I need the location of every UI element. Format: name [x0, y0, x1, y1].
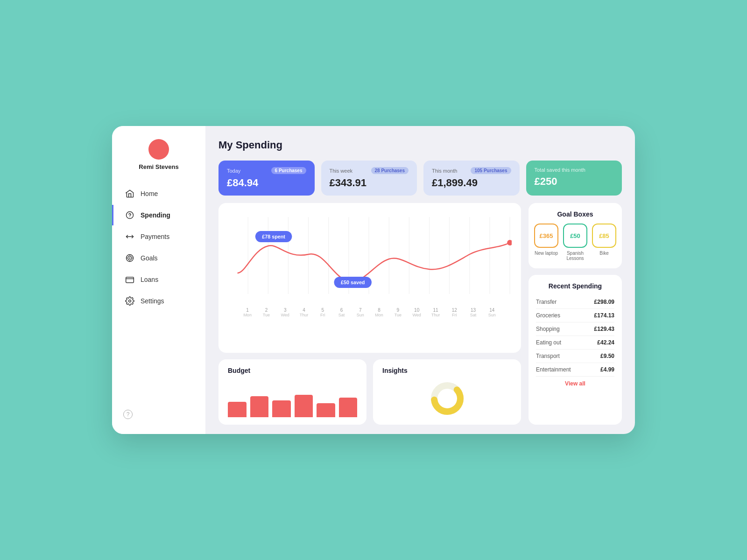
app-window: Remi Stevens Home Spending: [112, 126, 635, 434]
sidebar-label-goals: Goals: [141, 254, 158, 262]
budget-bars: [228, 389, 357, 417]
spending-item-groceries: Groceries £174.13: [536, 309, 614, 322]
user-profile: Remi Stevens: [112, 139, 205, 170]
stat-week: This week 28 Purchases £343.91: [321, 161, 417, 196]
user-name: Remi Stevens: [139, 163, 178, 170]
goal-box-laptop[interactable]: £365: [534, 224, 558, 248]
budget-bar-3: [272, 400, 291, 417]
stat-week-badge: 28 Purchases: [371, 167, 409, 174]
sidebar: Remi Stevens Home Spending: [112, 126, 205, 434]
stat-saved: Total saved this month £250: [526, 161, 622, 196]
spending-item-transfer: Transfer £298.09: [536, 295, 614, 309]
help-button[interactable]: ?: [112, 404, 205, 425]
sidebar-label-home: Home: [141, 190, 158, 197]
spending-icon: [125, 210, 135, 220]
goal-name-bike: Bike: [599, 251, 608, 256]
stat-saved-label: Total saved this month: [535, 167, 585, 173]
settings-icon: [125, 296, 135, 306]
svg-point-10: [129, 300, 131, 302]
spending-cat-transport: Transport: [536, 353, 560, 359]
stat-week-label: This week: [330, 168, 353, 174]
sidebar-item-settings[interactable]: Settings: [112, 291, 205, 311]
budget-card: Budget: [218, 359, 366, 425]
stat-today-value: £84.94: [227, 177, 306, 189]
avatar: [148, 139, 169, 160]
spending-chart: £78 spent £50 saved: [228, 212, 512, 306]
sidebar-label-payments: Payments: [141, 233, 169, 240]
stats-row: Today 6 Purchases £84.94 This week 28 Pu…: [218, 161, 622, 196]
stat-month: This month 105 Purchases £1,899.49: [423, 161, 520, 196]
stat-month-value: £1,899.49: [432, 177, 511, 189]
spending-cat-transfer: Transfer: [536, 299, 557, 305]
sidebar-label-loans: Loans: [141, 276, 158, 283]
nav-items: Home Spending Payments Goa: [112, 183, 205, 404]
sidebar-label-spending: Spending: [141, 211, 170, 219]
stat-week-value: £343.91: [330, 177, 409, 189]
svg-text:£78 spent: £78 spent: [262, 234, 285, 239]
svg-text:£50 saved: £50 saved: [341, 280, 365, 285]
insights-title: Insights: [382, 367, 512, 374]
budget-bar-2: [250, 396, 269, 417]
bottom-cards-row: Budget Insights: [218, 359, 521, 425]
spending-amt-groceries: £174.13: [594, 312, 614, 319]
goals-icon: [125, 253, 135, 263]
sidebar-item-goals[interactable]: Goals: [112, 248, 205, 268]
recent-spending-card: Recent Spending Transfer £298.09 Groceri…: [529, 275, 622, 425]
help-icon: ?: [123, 410, 133, 419]
sidebar-label-settings: Settings: [141, 297, 164, 305]
spending-item-transport: Transport £9.50: [536, 350, 614, 363]
goal-item-bike: £85 Bike: [592, 224, 616, 261]
spending-cat-entertainment: Entertainment: [536, 366, 571, 373]
view-all-button[interactable]: View all: [536, 380, 614, 387]
stat-today-badge: 6 Purchases: [271, 167, 306, 174]
goal-items: £365 New laptop £50 Spanish Lessons: [536, 224, 614, 261]
content-area: £78 spent £50 saved 1 Mon: [218, 203, 622, 425]
left-content: £78 spent £50 saved 1 Mon: [218, 203, 521, 425]
stat-month-label: This month: [432, 168, 457, 174]
spending-item-entertainment: Entertainment £4.99: [536, 363, 614, 377]
goal-item-spanish: £50 Spanish Lessons: [563, 224, 587, 261]
svg-point-0: [127, 212, 134, 219]
chart-svg-wrap: £78 spent £50 saved 1 Mon: [228, 212, 512, 343]
main-content: My Spending Today 6 Purchases £84.94 Thi…: [205, 126, 635, 434]
goal-name-laptop: New laptop: [535, 251, 558, 256]
svg-point-25: [507, 240, 512, 245]
spending-amt-transfer: £298.09: [594, 299, 614, 305]
goal-name-spanish: Spanish Lessons: [563, 251, 587, 261]
goal-box-bike[interactable]: £85: [592, 224, 616, 248]
svg-rect-9: [126, 277, 134, 283]
goal-item-laptop: £365 New laptop: [534, 224, 558, 261]
budget-bar-6: [339, 398, 358, 417]
insights-card: Insights: [373, 359, 521, 425]
spending-item-eating: Eating out £42.24: [536, 336, 614, 350]
sidebar-item-payments[interactable]: Payments: [112, 226, 205, 247]
spending-item-shopping: Shopping £129.43: [536, 322, 614, 336]
right-panel: Goal Boxes £365 New laptop £50: [529, 203, 622, 425]
stat-saved-value: £250: [535, 175, 614, 188]
home-icon: [125, 189, 135, 199]
spending-cat-shopping: Shopping: [536, 326, 560, 332]
chart-panel: £78 spent £50 saved 1 Mon: [218, 203, 521, 353]
spending-amt-eating: £42.24: [597, 339, 614, 346]
budget-bar-4: [295, 395, 313, 417]
spending-cat-eating: Eating out: [536, 339, 561, 346]
budget-title: Budget: [228, 367, 357, 374]
goal-boxes-card: Goal Boxes £365 New laptop £50: [529, 203, 622, 268]
recent-spending-title: Recent Spending: [536, 282, 614, 290]
spending-amt-entertainment: £4.99: [600, 366, 614, 373]
sidebar-item-home[interactable]: Home: [112, 183, 205, 204]
sidebar-item-spending[interactable]: Spending: [112, 205, 205, 225]
goal-boxes-title: Goal Boxes: [536, 210, 614, 218]
stat-month-badge: 105 Purchases: [471, 167, 511, 174]
budget-bar-5: [317, 403, 335, 417]
goal-box-spanish[interactable]: £50: [563, 224, 587, 248]
sidebar-item-loans[interactable]: Loans: [112, 269, 205, 290]
spending-cat-groceries: Groceries: [536, 312, 560, 319]
insights-donut: [429, 380, 466, 417]
spending-amt-shopping: £129.43: [594, 326, 614, 332]
stat-today-label: Today: [227, 168, 240, 174]
loans-icon: [125, 274, 135, 285]
stat-today: Today 6 Purchases £84.94: [218, 161, 315, 196]
budget-bar-1: [228, 402, 247, 417]
page-title: My Spending: [218, 139, 622, 151]
